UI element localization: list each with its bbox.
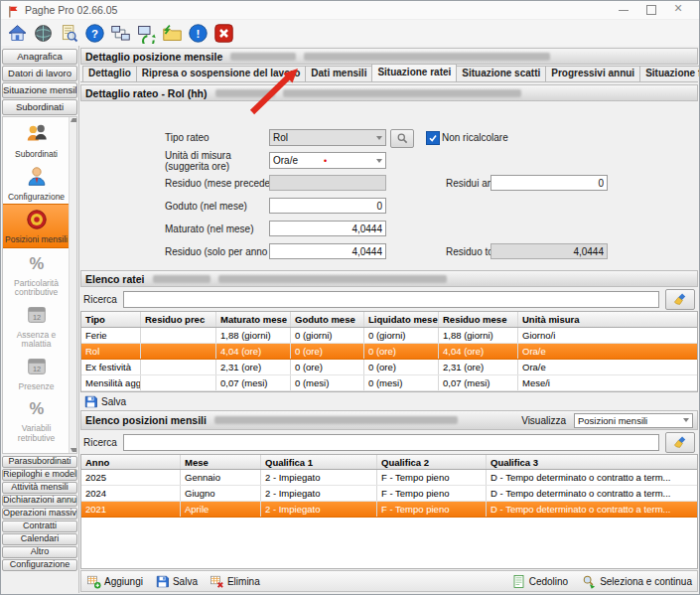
sidebar-section-anagrafica[interactable]: Anagrafica: [2, 49, 77, 65]
ratei-table: TipoResiduo precMaturato meseGoduto mese…: [80, 311, 698, 392]
ratei-save-button[interactable]: Salva: [83, 394, 126, 409]
tab-ripresa-o-sospensione-del-lavoro[interactable]: Ripresa o sospensione del lavoro: [136, 66, 307, 81]
title-bar: Paghe Pro 02.66.05: [1, 1, 699, 20]
sidebar-section-altro[interactable]: Altro: [2, 546, 77, 558]
ratei-search-input[interactable]: [123, 291, 659, 308]
residui-anni-field[interactable]: [490, 175, 608, 191]
position-header-title: Dettaglio posizione mensile: [85, 51, 222, 63]
sidebar-section-riepiloghi-e-modelli[interactable]: Riepiloghi e modelli: [2, 469, 77, 481]
column-header[interactable]: Residuo mese: [439, 312, 518, 327]
tab-progressivi-annui[interactable]: Progressivi annui: [545, 66, 640, 81]
tab-dettaglio[interactable]: Dettaglio: [82, 66, 137, 81]
open-folder-icon[interactable]: [161, 22, 183, 44]
residuo-anno-field[interactable]: [269, 243, 386, 259]
salva-button[interactable]: Salva: [155, 574, 198, 589]
select-continue-icon: [582, 574, 597, 589]
svg-text:?: ?: [91, 27, 98, 39]
goduto-label: Goduto (nel mese): [165, 201, 247, 212]
sidebar-section-operazioni-massive[interactable]: Operazioni massive: [2, 508, 77, 520]
tab-situazione-ratei[interactable]: Situazione ratei: [371, 64, 457, 81]
tab-situazione-familiari[interactable]: Situazione familiari: [639, 66, 699, 81]
table-cell: 0 (ore): [364, 344, 439, 359]
column-header[interactable]: Anno: [81, 455, 181, 469]
sidebar-section-situazione-mensile[interactable]: Situazione mensile: [2, 82, 77, 98]
table-row[interactable]: 2025Gennaio2 - ImpiegatoF - Tempo pienoD…: [81, 470, 697, 486]
column-header[interactable]: Tipo: [81, 312, 141, 327]
document-search-icon[interactable]: [58, 22, 79, 44]
minimize-button[interactable]: [618, 4, 630, 16]
info-icon[interactable]: !: [187, 22, 209, 44]
maturato-field[interactable]: [269, 221, 386, 236]
ratei-header-title: Elenco ratei: [85, 273, 145, 285]
network-icon[interactable]: [109, 22, 131, 44]
table-cell: [141, 328, 216, 343]
sidebar-section-calendari[interactable]: Calendari: [2, 533, 77, 545]
tipo-rateo-lookup-button[interactable]: [390, 129, 414, 148]
sync-icon[interactable]: [135, 22, 157, 44]
column-header[interactable]: Goduto mese: [291, 312, 364, 327]
sidebar-section-parasubordinati[interactable]: Parasubordinati: [2, 456, 77, 468]
tipo-rateo-select[interactable]: Rol: [269, 129, 386, 146]
column-header[interactable]: Qualifica 3: [487, 455, 697, 469]
table-row[interactable]: Ex festività2,31 (ore)0 (ore)0 (ore)2,31…: [81, 360, 697, 375]
column-header[interactable]: Residuo prec: [141, 312, 216, 327]
seleziona-e-continua-button[interactable]: Seleziona e continua: [582, 574, 692, 589]
sidebar-section-datori-di-lavoro[interactable]: Datori di lavoro: [2, 66, 77, 81]
table-cell: 0 (mesi): [291, 375, 364, 390]
table-row[interactable]: Ferie1,88 (giorni)0 (giorni)0 (giorni)1,…: [81, 328, 697, 344]
sidebar-section-contratti[interactable]: Contratti: [2, 521, 77, 532]
table-row[interactable]: 2024Giugno2 - ImpiegatoF - Tempo pienoD …: [81, 486, 697, 502]
tab-situazione-scatti[interactable]: Situazione scatti: [456, 66, 546, 81]
table-cell: Mese/i: [518, 375, 697, 390]
column-header[interactable]: Maturato mese: [216, 312, 291, 327]
table-cell: 0 (giorni): [291, 328, 364, 343]
maximize-button[interactable]: [645, 4, 657, 16]
column-header[interactable]: Mese: [181, 455, 261, 469]
sidebar-item-configurazione[interactable]: Configurazione: [3, 162, 70, 205]
home-icon[interactable]: [6, 22, 28, 44]
unita-misura-select[interactable]: Ora/e •: [269, 152, 386, 169]
goduto-field[interactable]: [269, 198, 386, 214]
elimina-button[interactable]: Elimina: [210, 574, 260, 589]
column-header[interactable]: Unità misura: [518, 312, 697, 327]
column-header[interactable]: Liquidato mese: [364, 312, 439, 327]
table-row[interactable]: 2021Aprile2 - ImpiegatoF - Tempo pienoD …: [81, 502, 697, 518]
position-header: Dettaglio posizione mensile: [80, 48, 698, 65]
sidebar-filler: [1, 571, 78, 593]
visualizza-select[interactable]: Posizioni mensili: [574, 413, 693, 428]
sidebar-section-configurazione[interactable]: Configurazione: [2, 559, 77, 571]
cedolino-button[interactable]: Cedolino: [511, 574, 568, 589]
ratei-clear-search-button[interactable]: [665, 289, 695, 310]
globe-icon[interactable]: [32, 22, 54, 44]
floppy-icon: [83, 394, 98, 409]
exit-icon[interactable]: [212, 22, 234, 44]
table-row[interactable]: Rol4,04 (ore)0 (ore)0 (ore)4,04 (ore)Ora…: [81, 344, 697, 360]
redacted-text: [214, 416, 458, 424]
percent-icon: %: [25, 251, 49, 279]
sidebar-item-label: Variabili retributive: [4, 424, 70, 443]
table-cell: Ora/e: [518, 360, 697, 374]
sidebar-item-subordinati[interactable]: Subordinati: [3, 119, 70, 162]
posizioni-clear-search-button[interactable]: [665, 432, 695, 453]
table-cell: 4,04 (ore): [216, 344, 291, 359]
tab-dati-mensili[interactable]: Dati mensili: [305, 66, 372, 81]
sidebar-section-dichiarazioni-annuali[interactable]: Dichiarazioni annuali: [2, 495, 77, 507]
chess-icon: [25, 448, 49, 454]
posizioni-search-input[interactable]: [123, 434, 659, 451]
table-cell: Mensilità aggiuntiva: [81, 375, 141, 390]
table-cell: [141, 360, 216, 374]
column-header[interactable]: Qualifica 2: [377, 455, 487, 469]
table-cell: Ferie: [81, 328, 141, 343]
table-row[interactable]: Mensilità aggiuntiva0,07 (mesi)0 (mesi)0…: [81, 375, 697, 391]
table-cell: F - Tempo pieno: [377, 470, 487, 485]
sidebar-item-posizioni-mensili[interactable]: Posizioni mensili: [3, 204, 70, 248]
non-ricalcolare-checkbox[interactable]: [426, 131, 440, 145]
aggiungi-button[interactable]: Aggiungi: [86, 574, 143, 589]
sidebar-section-attivit-mensili[interactable]: Attività mensili: [2, 482, 77, 494]
redacted-text: [230, 53, 296, 61]
sidebar-scrollbar[interactable]: [69, 117, 76, 453]
column-header[interactable]: Qualifica 1: [261, 455, 377, 469]
close-button[interactable]: [673, 4, 685, 16]
sidebar-section-subordinati[interactable]: Subordinati: [2, 99, 77, 115]
help-icon[interactable]: ?: [83, 22, 105, 44]
